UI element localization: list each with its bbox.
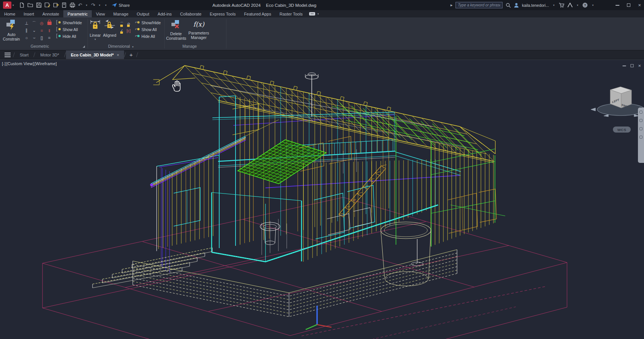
parameters-manager-button[interactable]: f(x) Parameters Manager <box>187 19 211 40</box>
doc-tab-start[interactable]: Start <box>15 50 33 59</box>
ribbon-tab-express-tools[interactable]: Express Tools <box>206 10 240 17</box>
search-icon[interactable] <box>506 3 511 8</box>
export-icon[interactable] <box>53 2 59 8</box>
ucs-wcs-control[interactable]: WCS <box>613 127 631 133</box>
fix-constraint-icon[interactable] <box>46 20 53 27</box>
doc-restore-icon[interactable] <box>631 64 634 67</box>
open-folder-icon[interactable] <box>27 2 33 8</box>
vertical-constraint-icon[interactable]: ‖ <box>46 27 53 34</box>
geo-hide-all-button[interactable]: [Hide All <box>56 34 82 39</box>
auto-constrain-button[interactable]: Auto Constrain <box>2 19 21 41</box>
aligned-dimension-icon <box>104 19 115 31</box>
perpendicular-constraint-icon[interactable]: ⊥ <box>23 20 30 27</box>
angular-dimension-icon[interactable]: ∠ <box>118 27 125 34</box>
nav-tool-icon[interactable] <box>639 127 642 130</box>
share-label: Share <box>119 3 130 8</box>
ribbon-tab-view[interactable]: View <box>92 10 109 17</box>
aligned-dimension-button[interactable]: Aligned <box>102 19 117 37</box>
radial-dimension-icon[interactable]: ⌒ <box>118 20 125 27</box>
app-logo-icon[interactable]: A <box>3 2 11 9</box>
convert-dimension-icon[interactable]: [c] <box>125 27 132 34</box>
geometric-dialog-launcher-icon[interactable] <box>83 45 85 48</box>
geo-show-all-button[interactable]: [Show All <box>56 27 82 32</box>
share-button[interactable]: Share <box>112 3 130 8</box>
model-space-viewport[interactable]: LEFTFRONT [-][Custom View][Wireframe] × … <box>0 59 644 339</box>
save-icon[interactable] <box>36 2 42 8</box>
window-close-icon[interactable]: × <box>638 3 641 8</box>
undo-icon[interactable]: ↶ <box>78 3 82 8</box>
app-menu-caret-icon[interactable]: ▾ <box>13 4 14 7</box>
manage-panel-label[interactable]: Manage <box>159 44 220 48</box>
horizontal-constraint-icon[interactable]: = <box>46 34 53 41</box>
close-tab-icon[interactable]: × <box>117 53 119 57</box>
redo-caret-icon[interactable]: ▾ <box>99 4 101 7</box>
view-control[interactable]: [Custom View] <box>6 61 34 66</box>
ribbon-tab-output[interactable]: Output <box>133 10 154 17</box>
user-menu-caret-icon[interactable]: ▾ <box>553 4 554 7</box>
linear-dimension-button[interactable]: Linear ▾ <box>90 19 101 41</box>
coincident-constraint-icon[interactable]: ⌄ <box>30 27 38 34</box>
search-input[interactable] <box>456 2 503 8</box>
ribbon-tab-featured-apps[interactable]: Featured Apps <box>240 10 275 17</box>
dim-show-all-button[interactable]: ⌐Show All <box>135 27 161 32</box>
doc-tab-motor-3d-[interactable]: Motor 3D* <box>35 50 64 59</box>
doc-close-icon[interactable]: × <box>638 63 641 68</box>
save-as-icon[interactable] <box>44 2 50 8</box>
ribbon-tab-insert[interactable]: Insert <box>19 10 38 17</box>
plot-icon[interactable] <box>61 2 67 8</box>
signed-in-user[interactable]: kaila.tenedori... <box>522 3 549 8</box>
linear-caret-icon[interactable]: ▾ <box>90 38 101 41</box>
dim-hide-all-button[interactable]: ⌐Hide All <box>135 34 161 39</box>
delete-constraints-button[interactable]: Delete Constraints <box>166 19 186 41</box>
equal-constraint-icon[interactable]: = <box>38 27 46 34</box>
wireframe-scene: LEFTFRONT <box>0 60 644 339</box>
smooth-constraint-icon[interactable]: ○ <box>23 34 30 41</box>
geometric-show-rows: [Show/Hide [Show All [Hide All <box>56 20 82 39</box>
ribbon-tab-parametric[interactable]: Parametric <box>63 10 92 17</box>
ribbon-tab-add-ins[interactable]: Add-ins <box>154 10 176 17</box>
ribbon-tab-home[interactable]: Home <box>0 10 19 17</box>
nav-tool-icon[interactable] <box>639 136 642 139</box>
diameter-dimension-icon[interactable]: ⊘ <box>125 20 132 27</box>
dim-show-hide-button[interactable]: ⌐Show/Hide <box>135 20 161 25</box>
navigation-bar[interactable] <box>638 108 644 163</box>
nav-tool-icon[interactable] <box>639 119 642 122</box>
symmetric-constraint-icon[interactable]: ⌣ <box>30 34 38 41</box>
doc-tab-eco-cabin-3d-model-[interactable]: Eco Cabin_3D Model*× <box>66 50 124 59</box>
help-menu-caret-icon[interactable]: ▾ <box>592 4 594 7</box>
autodesk-menu-caret-icon[interactable]: ▾ <box>577 4 578 7</box>
dimensional-small-grid: ⌒ ⊘ ∠ [c] <box>118 20 132 34</box>
ribbon-tab-manage[interactable]: Manage <box>109 10 133 17</box>
doc-minimize-icon[interactable] <box>623 66 626 66</box>
user-avatar-icon[interactable] <box>514 3 519 8</box>
redo-icon[interactable]: ↷ <box>91 3 95 8</box>
parallel-constraint-icon[interactable]: ∥ <box>23 27 30 34</box>
ribbon-tab-collaborate[interactable]: Collaborate <box>176 10 206 17</box>
print-icon[interactable] <box>69 2 75 8</box>
nav-tool-icon[interactable] <box>639 111 642 114</box>
geometric-constraint-grid: ⊥ ⌒ ◎ ∥ ⌄ = ‖ ○ ⌣ [] = <box>23 20 53 41</box>
new-file-icon[interactable] <box>19 2 25 8</box>
app-store-cart-icon[interactable] <box>559 3 564 8</box>
window-minimize-icon[interactable] <box>616 5 619 6</box>
ribbon-tab-raster-tools[interactable]: Raster Tools <box>275 10 307 17</box>
file-tabs-menu-icon[interactable] <box>0 50 13 59</box>
dimensional-panel-label[interactable]: Dimensional ▾ <box>91 44 152 48</box>
ribbon-tab-annotate[interactable]: Annotate <box>38 10 63 17</box>
geo-show-hide-button[interactable]: [Show/Hide <box>56 20 82 25</box>
autodesk-app-icon[interactable] <box>567 3 573 8</box>
dyn-hide-all-icon: ⌐ <box>135 34 140 39</box>
undo-caret-icon[interactable]: ▾ <box>86 4 87 7</box>
visual-style-control[interactable]: [Wireframe] <box>35 61 57 66</box>
search-expand-icon[interactable]: ▸ <box>451 3 453 8</box>
tangent-constraint-icon[interactable]: ⌒ <box>30 20 38 27</box>
concentric-constraint-icon[interactable]: ◎ <box>38 20 46 27</box>
collinear-constraint-icon[interactable]: [] <box>38 34 46 41</box>
new-drawing-tab-button[interactable]: + <box>126 50 136 59</box>
ribbon-display-toggle[interactable]: ▾ <box>309 10 320 17</box>
geometric-panel-label[interactable]: Geometric <box>11 44 68 48</box>
viewport-menu-control[interactable]: [-] <box>2 61 6 66</box>
window-restore-icon[interactable] <box>627 3 630 7</box>
qat-customize-caret-icon[interactable]: ▾ <box>105 4 107 7</box>
help-icon[interactable]: ? <box>582 2 588 8</box>
